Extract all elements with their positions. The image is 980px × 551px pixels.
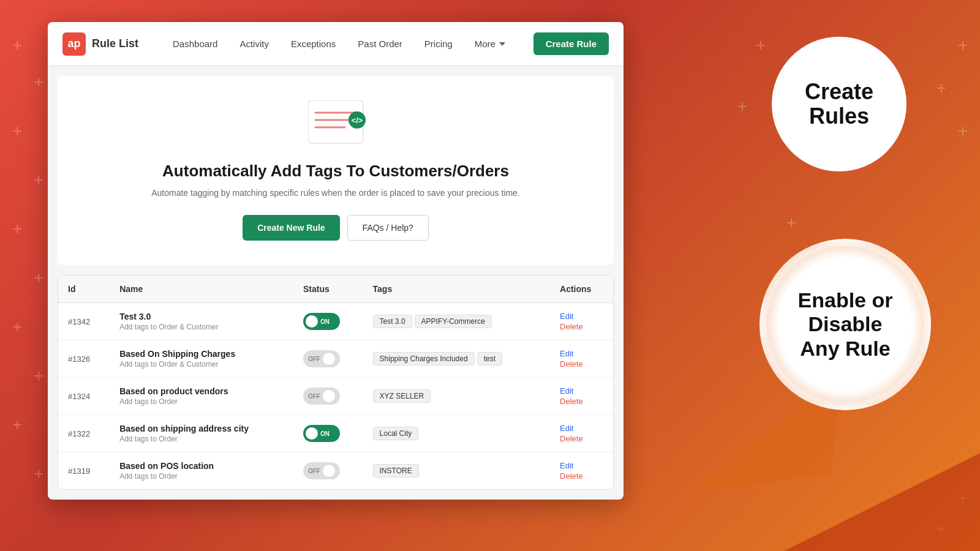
delete-button[interactable]: Delete — [560, 434, 603, 443]
rule-name: Based On Shipping Charges — [119, 349, 284, 359]
rule-status-cell: ON — [293, 415, 363, 452]
tag-badge: Test 3.0 — [373, 315, 412, 328]
app-title: Rule List — [92, 37, 138, 50]
toggle-label: OFF — [308, 468, 320, 474]
circle-create-text: CreateRules — [805, 80, 873, 128]
nav-activity[interactable]: Activity — [230, 34, 279, 54]
col-status: Status — [293, 276, 363, 303]
toggle-circle — [323, 390, 335, 402]
col-tags: Tags — [363, 276, 551, 303]
toggle-label: OFF — [308, 393, 320, 400]
tag-badge: test — [477, 352, 502, 365]
edit-button[interactable]: Edit — [560, 349, 603, 358]
col-name: Name — [110, 276, 293, 303]
circle-enable-disable: Enable orDisableAny Rule — [760, 239, 931, 410]
status-toggle[interactable]: OFF — [303, 388, 340, 405]
delete-button[interactable]: Delete — [560, 359, 603, 369]
rule-tags-cell: Local City — [363, 415, 551, 452]
status-toggle[interactable]: OFF — [303, 462, 340, 479]
table-row: #1342Test 3.0Add tags to Order & Custome… — [58, 303, 613, 340]
rule-tags-cell: XYZ SELLER — [363, 378, 551, 415]
app-logo-icon: ap — [62, 32, 86, 56]
rule-tags-cell: INSTORE — [363, 452, 551, 490]
nav-pricing[interactable]: Pricing — [415, 34, 462, 54]
toggle-circle — [323, 353, 335, 365]
rule-actions-cell: EditDelete — [550, 340, 613, 378]
edit-button[interactable]: Edit — [560, 386, 603, 395]
app-header: ap Rule List Dashboard Activity Exceptio… — [48, 22, 624, 66]
create-new-rule-button[interactable]: Create New Rule — [243, 215, 339, 241]
circle-enable-text: Enable orDisableAny Rule — [786, 276, 905, 372]
list-illustration-icon: </> — [308, 100, 369, 149]
rule-name: Based on product vendors — [119, 386, 284, 396]
rule-actions-cell: EditDelete — [550, 415, 613, 452]
toggle-label: OFF — [308, 356, 320, 362]
nav-past-order[interactable]: Past Order — [348, 34, 412, 54]
hero-buttons: Create New Rule FAQs / Help? — [76, 215, 595, 241]
table-row: #1319Based on POS locationAdd tags to Or… — [58, 452, 613, 490]
toggle-circle — [306, 427, 318, 440]
rule-description: Add tags to Order & Customer — [119, 360, 284, 369]
rule-description: Add tags to Order — [119, 397, 284, 406]
hero-illustration: </> — [76, 100, 595, 149]
table-row: #1326Based On Shipping ChargesAdd tags t… — [58, 340, 613, 378]
rule-name: Test 3.0 — [119, 312, 284, 321]
rules-table: Id Name Status Tags Actions #1342Test 3.… — [58, 276, 613, 489]
rule-id: #1342 — [58, 303, 110, 340]
rule-name: Based on POS location — [119, 461, 284, 471]
col-actions: Actions — [550, 276, 613, 303]
status-toggle[interactable]: ON — [303, 313, 340, 330]
toggle-circle — [323, 465, 335, 477]
edit-button[interactable]: Edit — [560, 312, 603, 321]
faq-button[interactable]: FAQs / Help? — [347, 215, 429, 241]
rule-id: #1319 — [58, 452, 110, 490]
nav-more[interactable]: More — [465, 34, 515, 54]
hero-subtitle: Automate tagging by matching specific ru… — [76, 188, 595, 198]
circle-create-rules: CreateRules — [772, 37, 907, 171]
rule-id: #1324 — [58, 378, 110, 415]
table-header-row: Id Name Status Tags Actions — [58, 276, 613, 303]
rule-status-cell: OFF — [293, 378, 363, 415]
table-row: #1324Based on product vendorsAdd tags to… — [58, 378, 613, 415]
rule-status-cell: ON — [293, 303, 363, 340]
status-toggle[interactable]: OFF — [303, 350, 340, 367]
rule-description: Add tags to Order — [119, 435, 284, 443]
logo-container: ap Rule List — [62, 32, 138, 56]
create-rule-button[interactable]: Create Rule — [533, 32, 609, 55]
rule-id: #1326 — [58, 340, 110, 378]
rule-status-cell: OFF — [293, 452, 363, 490]
col-id: Id — [58, 276, 110, 303]
status-toggle[interactable]: ON — [303, 425, 340, 442]
nav-exceptions[interactable]: Exceptions — [281, 34, 345, 54]
table-row: #1322Based on shipping address cityAdd t… — [58, 415, 613, 452]
delete-button[interactable]: Delete — [560, 322, 603, 331]
rule-tags-cell: Shipping Charges Includedtest — [363, 340, 551, 378]
nav-dashboard[interactable]: Dashboard — [163, 34, 227, 54]
rule-name-cell: Based On Shipping ChargesAdd tags to Ord… — [110, 340, 293, 378]
tag-badge: Shipping Charges Included — [373, 352, 475, 365]
nav-links: Dashboard Activity Exceptions Past Order… — [163, 34, 533, 54]
tag-badge: APPIFY-Commerce — [415, 315, 492, 328]
rule-name: Based on shipping address city — [119, 424, 284, 433]
rule-description: Add tags to Order — [119, 472, 284, 481]
rule-description: Add tags to Order & Customer — [119, 323, 284, 331]
toggle-label: ON — [320, 318, 330, 325]
rule-name-cell: Based on shipping address cityAdd tags t… — [110, 415, 293, 452]
rule-name-cell: Based on product vendorsAdd tags to Orde… — [110, 378, 293, 415]
rule-tags-cell: Test 3.0APPIFY-Commerce — [363, 303, 551, 340]
rule-id: #1322 — [58, 415, 110, 452]
tag-badge: XYZ SELLER — [373, 389, 431, 403]
rule-actions-cell: EditDelete — [550, 303, 613, 340]
rule-name-cell: Based on POS locationAdd tags to Order — [110, 452, 293, 490]
edit-button[interactable]: Edit — [560, 461, 603, 470]
edit-button[interactable]: Edit — [560, 424, 603, 433]
toggle-label: ON — [320, 430, 330, 437]
rules-table-section: Id Name Status Tags Actions #1342Test 3.… — [58, 275, 614, 490]
delete-button[interactable]: Delete — [560, 397, 603, 406]
app-window: ap Rule List Dashboard Activity Exceptio… — [48, 22, 624, 500]
rule-actions-cell: EditDelete — [550, 452, 613, 490]
delete-button[interactable]: Delete — [560, 471, 603, 481]
hero-title: Automatically Add Tags To Customers/Orde… — [76, 162, 595, 181]
svg-text:</>: </> — [352, 116, 363, 125]
rule-name-cell: Test 3.0Add tags to Order & Customer — [110, 303, 293, 340]
